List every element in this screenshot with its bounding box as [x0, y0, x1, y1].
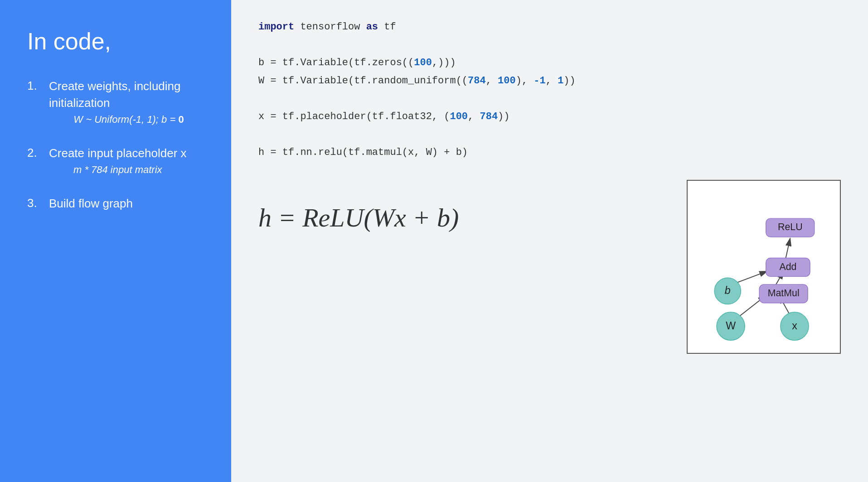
- list-content-1: Create weights, including initialization…: [49, 78, 209, 127]
- node-w-label: W: [726, 320, 736, 332]
- kw-as: as: [366, 21, 378, 33]
- list-number-2: 2.: [27, 145, 41, 160]
- list-main-1: Create weights, including initialization: [49, 78, 209, 111]
- code-area: import tensorflow as tf b = tf.Variable(…: [258, 18, 841, 162]
- num-neg1: -1: [533, 75, 545, 87]
- formula-area: h = ReLU(Wx + b): [258, 175, 687, 233]
- code-line-3: b = tf.Variable(tf.zeros((100,))): [258, 54, 841, 72]
- num-1: 1: [558, 75, 563, 87]
- list-item-1: 1. Create weights, including initializat…: [27, 78, 209, 127]
- num-100b: 100: [498, 75, 516, 87]
- flow-graph-container: ReLU Add b MatMul W x: [687, 180, 841, 354]
- kw-import: import: [258, 21, 294, 33]
- left-panel: In code, 1. Create weights, including in…: [0, 0, 231, 482]
- list-number-3: 3.: [27, 195, 41, 210]
- list-main-3: Build flow graph: [49, 195, 133, 212]
- list-items: 1. Create weights, including initializat…: [27, 78, 209, 212]
- node-b-label: b: [725, 284, 731, 296]
- list-sub-2: m * 784 input matrix: [49, 163, 187, 177]
- list-content-3: Build flow graph: [49, 195, 133, 212]
- list-item-2: 2. Create input placeholder x m * 784 in…: [27, 145, 209, 177]
- num-100c: 100: [450, 111, 468, 122]
- code-line-blank3: [258, 126, 841, 144]
- code-line-blank2: [258, 90, 841, 108]
- code-line-blank1: [258, 36, 841, 54]
- node-matmul-label: MatMul: [768, 288, 800, 299]
- list-sub-1: W ~ Uniform(-1, 1); b = 0: [49, 113, 209, 127]
- node-add-label: Add: [779, 261, 796, 272]
- num-784a: 784: [468, 75, 486, 87]
- code-line-8: h = tf.nn.relu(tf.matmul(x, W) + b): [258, 144, 841, 162]
- num-784b: 784: [480, 111, 498, 122]
- list-number-1: 1.: [27, 78, 41, 93]
- node-x-label: x: [792, 320, 797, 332]
- node-relu-label: ReLU: [778, 222, 803, 232]
- slide-title: In code,: [27, 27, 209, 55]
- list-main-2: Create input placeholder x: [49, 145, 187, 161]
- flow-graph-svg: ReLU Add b MatMul W x: [696, 190, 832, 344]
- code-line-6: x = tf.placeholder(tf.float32, (100, 784…: [258, 108, 841, 126]
- edge-add-relu: [786, 238, 790, 258]
- list-content-2: Create input placeholder x m * 784 input…: [49, 145, 187, 177]
- num-100a: 100: [414, 57, 432, 68]
- right-panel: import tensorflow as tf b = tf.Variable(…: [231, 0, 868, 482]
- code-line-4: W = tf.Variable(tf.random_uniform((784, …: [258, 72, 841, 90]
- list-item-3: 3. Build flow graph: [27, 195, 209, 212]
- bottom-row: h = ReLU(Wx + b): [258, 175, 841, 354]
- code-line-1: import tensorflow as tf: [258, 18, 841, 36]
- formula-text: h = ReLU(Wx + b): [258, 202, 459, 233]
